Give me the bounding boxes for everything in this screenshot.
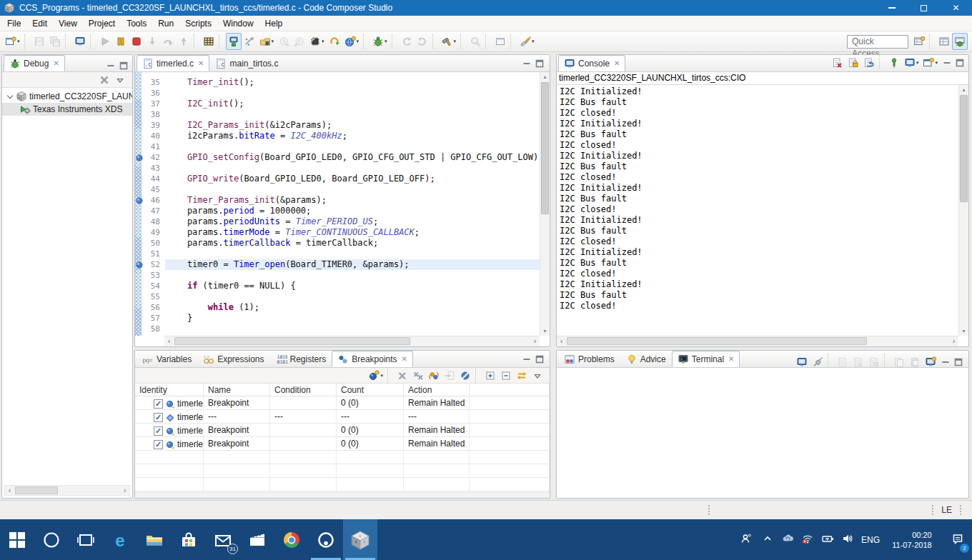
dropdown-arrow-icon[interactable]: ▾ [935,60,938,66]
quick-access-box[interactable]: Quick Access [847,35,908,49]
remove-bp-button[interactable] [395,367,410,384]
gutter[interactable]: 44 [142,174,165,184]
debug-tree-item[interactable]: Texas Instruments XDS [2,103,132,116]
editor-vertical-scrollbar[interactable]: ▴ ▾ [540,72,550,336]
minimize-view-button[interactable] [105,60,116,71]
scroll-down-icon[interactable]: ▾ [959,326,968,336]
column-header-name[interactable]: Name [204,384,270,396]
gutter[interactable]: 45 [142,184,165,195]
maximize-view-button[interactable] [534,354,545,365]
taskbar-store-button[interactable] [172,519,206,560]
scroll-right-icon[interactable]: › [949,336,958,346]
hidden-icons-button[interactable] [758,519,778,560]
gutter[interactable]: 48 [142,216,165,227]
minimize-view-button[interactable] [521,354,532,365]
close-window-button[interactable]: ✕ [940,0,972,16]
remove-all-bp-button[interactable] [410,367,426,384]
gutter[interactable]: 40 [142,131,165,141]
grid-view-button[interactable] [201,33,217,50]
scroll-left-icon[interactable]: ‹ [557,336,566,346]
taskbar-ccs-button[interactable] [343,519,377,560]
breakpoint-checkbox[interactable]: ✓ [154,413,163,422]
gutter[interactable]: 42 [142,152,165,163]
column-header-action[interactable]: Action [404,384,470,396]
gutter[interactable]: 43 [142,163,165,174]
column-header-count[interactable]: Count [337,384,404,396]
menu-chev-button[interactable] [530,367,545,384]
maximize-window-button[interactable] [908,0,940,16]
ccs-debug-perspective-button[interactable] [952,33,968,50]
breakpoint-row[interactable]: ✓timerledBreakpoint0 (0)Remain Halted [135,396,550,410]
gutter[interactable]: 51 [142,249,165,259]
breakpoint-checkbox[interactable]: ✓ [154,399,163,409]
dropdown-arrow-icon[interactable]: ▾ [380,373,383,379]
taskbar-mail-button[interactable]: 31 [206,519,240,560]
tab-problems[interactable]: Problems [558,351,620,367]
scrollbar-thumb[interactable] [15,486,58,494]
code-editor[interactable]: 35 Timer_init();3637 I2C_init();3839 I2C… [135,72,540,336]
breakpoints-horizontal-scrollbar[interactable] [135,492,550,498]
minimize-view-button[interactable] [521,58,532,69]
breakpoint-checkbox[interactable]: ✓ [154,426,163,436]
gutter[interactable]: 52 [142,259,165,270]
menu-chev-button[interactable] [112,71,128,89]
breakpoint-row[interactable]: ✓timerledBreakpoint0 (0)Remain Halted [135,424,550,437]
gutter[interactable]: 39 [142,120,165,131]
dropdown-arrow-icon[interactable]: ▾ [357,39,359,44]
clear-console-button[interactable] [830,54,845,71]
column-header-identity[interactable]: Identity [135,384,204,396]
new-file-button[interactable]: ▾ [3,33,22,50]
tab-registers[interactable]: 10100101Registers [270,351,332,367]
collapse-all-button[interactable] [498,367,514,384]
breakpoint-checkbox[interactable]: ✓ [154,440,163,449]
ccs-edit-perspective-button[interactable] [936,33,952,50]
debug-horizontal-scrollbar[interactable]: ‹ › [4,485,130,496]
scroll-up-icon[interactable]: ▴ [959,85,968,94]
terminal-body[interactable] [557,368,968,499]
new-terminal-button[interactable] [923,354,938,371]
scroll-up-icon[interactable]: ▴ [540,72,550,81]
tab-console[interactable]: Console ✕ [558,55,625,71]
expand-all-button[interactable] [482,367,498,384]
console-output[interactable]: I2C Initialized!I2C Bus faultI2C closed!… [557,85,958,336]
dropdown-arrow-icon[interactable]: ▾ [17,39,20,44]
dropdown-arrow-icon[interactable]: ▾ [454,39,457,44]
gutter[interactable]: 35 [142,77,165,88]
minimize-view-button[interactable] [941,57,953,69]
scrollbar-thumb[interactable] [174,337,410,345]
close-icon[interactable]: ✕ [728,355,734,363]
dropdown-arrow-icon[interactable]: ▾ [532,39,535,44]
connect-plug-button[interactable] [810,354,825,371]
new-target-config-button[interactable]: ▾ [342,33,362,50]
dropdown-arrow-icon[interactable]: ▾ [385,39,387,44]
close-icon[interactable]: ✕ [614,59,620,67]
volume-button[interactable] [838,519,858,560]
reset-cpu-button[interactable] [327,33,342,50]
tab-expressions[interactable]: x yExpressions [197,351,269,367]
scrollbar-thumb[interactable] [960,95,968,202]
clock[interactable]: 00:20 11-07-2018 [883,519,943,560]
flash-chip-button[interactable]: ▾ [307,33,327,50]
scroll-right-icon[interactable]: › [530,336,540,346]
taskbar-start-button[interactable] [0,519,34,560]
tab-debug[interactable]: Debug ✕ [4,55,65,71]
taskbar-file-explorer-button[interactable] [137,519,172,560]
breakpoint-row[interactable]: ✓timerled------------ [135,410,550,424]
word-wrap-button[interactable] [861,54,877,71]
pin-console-button[interactable] [886,54,902,71]
gutter[interactable]: 46 [142,195,165,206]
taskbar-task-view-button[interactable] [69,519,103,560]
display-console-button[interactable]: ▾ [902,54,921,71]
taskbar-cortana-button[interactable] [34,519,69,560]
battery-button[interactable] [818,519,838,560]
flash-tool-button[interactable]: ▾ [517,33,537,50]
scroll-down-icon[interactable]: ▾ [540,326,550,336]
gutter[interactable]: 49 [142,227,165,238]
taskbar-movies-tv-button[interactable] [240,519,274,560]
scrollbar-thumb[interactable] [567,337,867,345]
debug-launch-button[interactable]: ▾ [370,33,390,50]
menu-view[interactable]: View [53,16,83,31]
maximize-view-button[interactable] [953,356,964,368]
breakpoint-icon[interactable] [135,154,144,162]
open-console-button[interactable]: ▾ [921,54,940,71]
